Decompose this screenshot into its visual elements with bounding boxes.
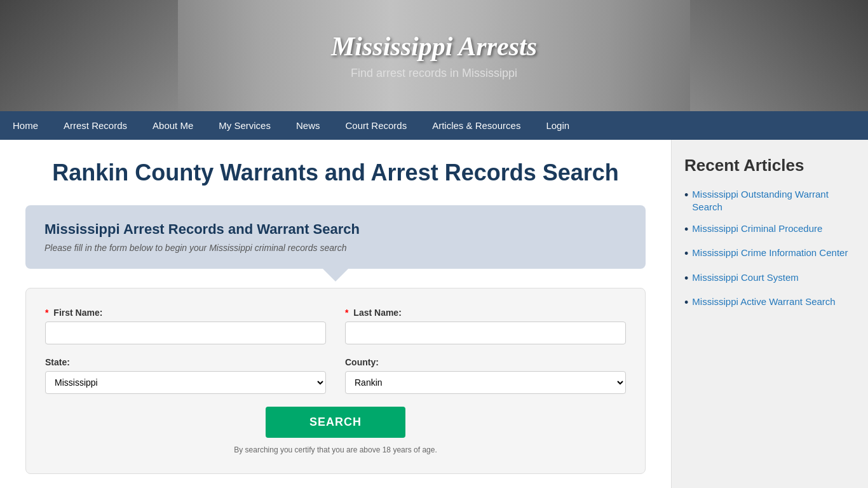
- nav-link-news[interactable]: News: [283, 111, 333, 140]
- page-title: Rankin County Warrants and Arrest Record…: [25, 159, 646, 186]
- list-item: • Mississippi Crime Information Center: [684, 247, 855, 261]
- nav-item-news[interactable]: News: [283, 111, 333, 140]
- search-banner: Mississippi Arrest Records and Warrant S…: [25, 205, 646, 269]
- county-label: County:: [345, 357, 626, 367]
- county-select[interactable]: Rankin: [345, 371, 626, 394]
- first-name-label: * First Name:: [45, 308, 326, 318]
- last-name-label: * Last Name:: [345, 308, 626, 318]
- header-right-image: [690, 0, 868, 111]
- county-group: County: Rankin: [345, 357, 626, 394]
- bullet-icon-3: •: [684, 247, 688, 261]
- article-link-2[interactable]: Mississippi Criminal Procedure: [692, 222, 822, 235]
- nav-item-login[interactable]: Login: [533, 111, 582, 140]
- bullet-icon-5: •: [684, 295, 688, 310]
- list-item: • Mississippi Outstanding Warrant Search: [684, 188, 855, 213]
- site-subtitle: Find arrest records in Mississippi: [331, 67, 537, 80]
- first-name-label-text: First Name:: [53, 308, 102, 318]
- bullet-icon-4: •: [684, 271, 688, 286]
- nav-item-home[interactable]: Home: [0, 111, 51, 140]
- first-name-group: * First Name:: [45, 308, 326, 344]
- site-header: Mississippi Arrests Find arrest records …: [0, 0, 868, 111]
- article-link-3[interactable]: Mississippi Crime Information Center: [692, 247, 848, 259]
- sidebar: Recent Articles • Mississippi Outstandin…: [671, 140, 868, 488]
- list-item: • Mississippi Active Warrant Search: [684, 295, 855, 310]
- search-form-container: * First Name: * Last Name: State:: [25, 288, 646, 474]
- main-nav: Home Arrest Records About Me My Services…: [0, 111, 868, 140]
- article-link-1[interactable]: Mississippi Outstanding Warrant Search: [692, 188, 855, 213]
- form-disclaimer: By searching you certify that you are ab…: [45, 445, 626, 454]
- nav-item-articles[interactable]: Articles & Resources: [419, 111, 533, 140]
- nav-link-articles[interactable]: Articles & Resources: [419, 111, 533, 140]
- nav-link-home[interactable]: Home: [0, 111, 51, 140]
- last-name-label-text: Last Name:: [353, 308, 401, 318]
- header-content: Mississippi Arrests Find arrest records …: [331, 31, 537, 80]
- nav-item-arrest-records[interactable]: Arrest Records: [51, 111, 140, 140]
- location-row: State: Mississippi County: Rankin: [45, 357, 626, 394]
- header-left-image: [0, 0, 178, 111]
- nav-link-services[interactable]: My Services: [206, 111, 283, 140]
- sidebar-title: Recent Articles: [684, 156, 855, 175]
- last-name-input[interactable]: [345, 322, 626, 344]
- nav-link-arrest-records[interactable]: Arrest Records: [51, 111, 140, 140]
- state-select[interactable]: Mississippi: [45, 371, 326, 394]
- last-name-required-star: *: [345, 308, 348, 318]
- site-title: Mississippi Arrests: [331, 31, 537, 62]
- search-button[interactable]: SEARCH: [266, 407, 405, 438]
- name-row: * First Name: * Last Name:: [45, 308, 626, 344]
- last-name-group: * Last Name:: [345, 308, 626, 344]
- state-label: State:: [45, 357, 326, 367]
- nav-link-login[interactable]: Login: [533, 111, 582, 140]
- nav-item-about-me[interactable]: About Me: [140, 111, 206, 140]
- bullet-icon-2: •: [684, 222, 688, 237]
- main-container: Rankin County Warrants and Arrest Record…: [0, 140, 868, 488]
- article-link-5[interactable]: Mississippi Active Warrant Search: [692, 295, 835, 308]
- state-group: State: Mississippi: [45, 357, 326, 394]
- recent-articles-list: • Mississippi Outstanding Warrant Search…: [684, 188, 855, 311]
- list-item: • Mississippi Criminal Procedure: [684, 222, 855, 237]
- first-name-input[interactable]: [45, 322, 326, 344]
- article-link-4[interactable]: Mississippi Court System: [692, 271, 799, 284]
- first-name-required-star: *: [45, 308, 48, 318]
- nav-link-about-me[interactable]: About Me: [140, 111, 206, 140]
- content-area: Rankin County Warrants and Arrest Record…: [0, 140, 671, 488]
- nav-item-services[interactable]: My Services: [206, 111, 283, 140]
- search-banner-subtitle: Please fill in the form below to begin y…: [44, 243, 627, 253]
- nav-item-court-records[interactable]: Court Records: [332, 111, 419, 140]
- list-item: • Mississippi Court System: [684, 271, 855, 286]
- bullet-icon-1: •: [684, 188, 688, 203]
- nav-link-court-records[interactable]: Court Records: [332, 111, 419, 140]
- search-banner-title: Mississippi Arrest Records and Warrant S…: [44, 221, 627, 238]
